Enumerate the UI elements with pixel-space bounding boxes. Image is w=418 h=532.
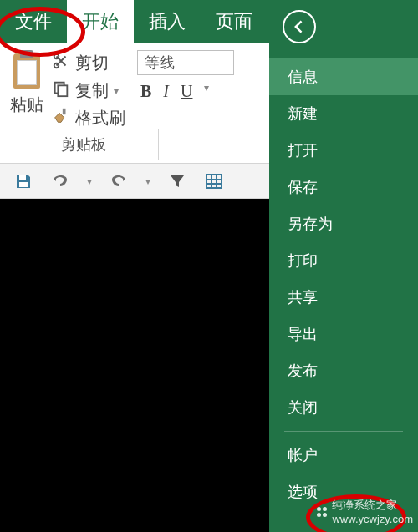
italic-button[interactable]: I (163, 82, 169, 101)
quick-access-toolbar: ▾ ▾ (0, 164, 269, 199)
cut-label: 剪切 (75, 52, 109, 74)
brush-icon (52, 107, 70, 129)
table-button[interactable] (204, 171, 224, 191)
back-button[interactable] (283, 10, 316, 43)
copy-button[interactable]: 复制 ▾ (52, 79, 125, 102)
redo-button[interactable] (109, 171, 129, 191)
menu-close[interactable]: 关闭 (269, 389, 418, 426)
font-name-select[interactable]: 等线 (137, 50, 234, 75)
undo-button[interactable] (50, 171, 70, 191)
dropdown-icon: ▾ (114, 85, 119, 97)
svg-rect-7 (206, 175, 222, 188)
copy-icon (52, 79, 70, 102)
format-painter-button[interactable]: 格式刷 (52, 107, 125, 129)
paste-group: 粘贴 (8, 50, 45, 129)
copy-label: 复制 (75, 79, 109, 102)
tab-file[interactable]: 文件 (0, 0, 67, 43)
watermark-url: www.ycwjzy.com (332, 513, 413, 525)
watermark: 纯净系统之家 www.ycwjzy.com (317, 498, 413, 525)
dropdown-icon: ▾ (204, 82, 209, 101)
svg-rect-5 (19, 175, 26, 180)
clipboard-actions: 剪切 复制 ▾ 格式刷 (52, 50, 125, 129)
cut-button[interactable]: 剪切 (52, 52, 125, 74)
paste-icon[interactable] (8, 50, 45, 92)
watermark-title: 纯净系统之家 (332, 498, 413, 513)
tabs-row: 文件 开始 插入 页面 (0, 0, 269, 43)
menu-export[interactable]: 导出 (269, 316, 418, 352)
paw-icon (317, 507, 327, 517)
svg-rect-3 (58, 85, 67, 96)
format-painter-label: 格式刷 (75, 107, 125, 129)
ribbon-area: 文件 开始 插入 页面 粘贴 剪切 (0, 0, 269, 199)
ribbon: 粘贴 剪切 复制 ▾ (0, 43, 269, 164)
menu-open[interactable]: 打开 (269, 132, 418, 169)
menu-divider (284, 431, 403, 432)
save-button[interactable] (13, 171, 33, 191)
menu-print[interactable]: 打印 (269, 242, 418, 279)
menu-info[interactable]: 信息 (269, 58, 418, 95)
menu-saveas[interactable]: 另存为 (269, 205, 418, 242)
clipboard-group-label: 剪贴板 (8, 129, 159, 160)
svg-rect-6 (19, 182, 28, 187)
tab-page[interactable]: 页面 (201, 0, 268, 43)
bold-button[interactable]: B (140, 82, 151, 101)
menu-share[interactable]: 共享 (269, 279, 418, 316)
filter-button[interactable] (167, 171, 187, 191)
dropdown-icon[interactable]: ▾ (87, 175, 92, 187)
menu-save[interactable]: 保存 (269, 169, 418, 205)
menu-publish[interactable]: 发布 (269, 352, 418, 389)
dropdown-icon[interactable]: ▾ (145, 175, 150, 187)
font-name-value: 等线 (145, 53, 175, 73)
font-group: 等线 B I U ▾ (132, 50, 234, 129)
tab-home[interactable]: 开始 (67, 0, 134, 43)
scissors-icon (52, 52, 70, 74)
tab-insert[interactable]: 插入 (134, 0, 201, 43)
file-menu: 信息 新建 打开 保存 另存为 打印 共享 导出 发布 关闭 帐户 选项 (269, 0, 418, 532)
menu-new[interactable]: 新建 (269, 95, 418, 132)
menu-account[interactable]: 帐户 (269, 437, 418, 474)
underline-button[interactable]: U (181, 82, 192, 101)
paste-label: 粘贴 (10, 94, 43, 116)
svg-rect-4 (63, 109, 66, 114)
